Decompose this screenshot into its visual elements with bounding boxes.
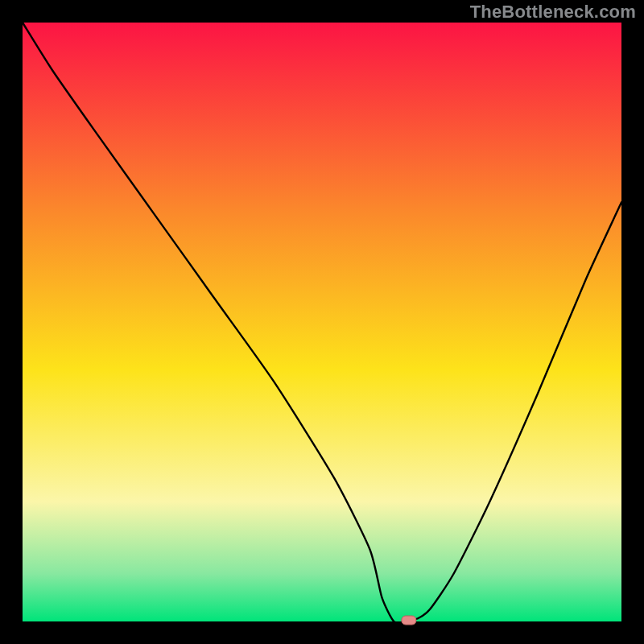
chart-container: TheBottleneck.com [0,0,644,644]
minimum-marker [402,616,416,625]
bottleneck-chart [0,0,644,644]
watermark-text: TheBottleneck.com [470,2,636,23]
plot-area [23,23,621,621]
